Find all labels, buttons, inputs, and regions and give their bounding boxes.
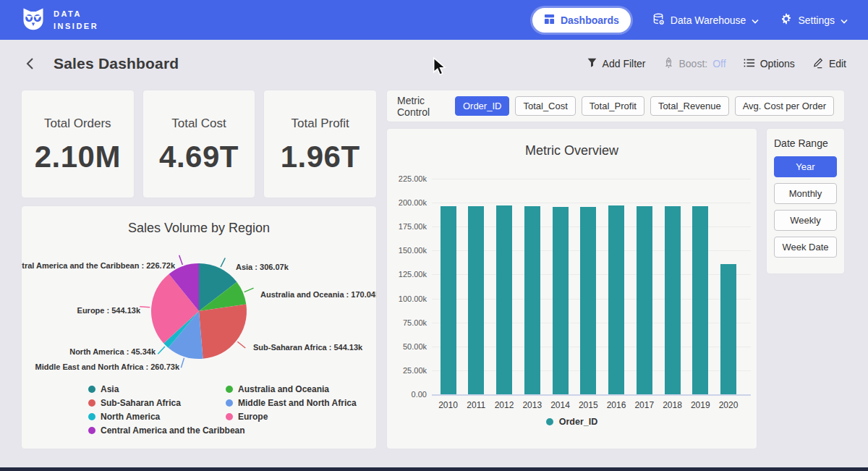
y-tick-label: 25.00k [391,366,427,375]
pie-leader-line [237,341,245,348]
legend-dot [88,386,95,393]
database-icon [652,13,665,27]
metric-option-order-id[interactable]: Order_ID [455,96,509,116]
settings-label: Settings [798,14,835,26]
add-filter-button[interactable]: Add Filter [587,57,646,70]
legend-item-middle-east-and-north-africa[interactable]: Middle East and North Africa [226,398,357,408]
x-tick-label: 2015 [574,400,603,410]
bar-2018[interactable] [665,206,681,394]
options-button[interactable]: Options [744,58,795,70]
y-tick-label: 125.00k [391,270,427,279]
legend-label: Australia and Oceania [238,384,329,394]
pie-leader-line [221,258,225,267]
legend-item-asia[interactable]: Asia [88,384,245,394]
y-tick-label: 200.00k [391,198,427,207]
dashboard-grid-icon [544,14,555,27]
kpi-label: Total Profit [264,116,376,131]
legend-dot [88,413,95,420]
bar-2013[interactable] [524,206,540,394]
legend-dot [226,413,233,420]
date-range-panel: Date Range YearMonthlyWeeklyWeek Date [767,129,844,273]
x-tick-label: 2016 [602,400,631,410]
legend-item-north-america[interactable]: North America [88,412,245,422]
x-tick-label: 2013 [518,400,547,410]
bar-2019[interactable] [692,206,708,394]
legend-label: Europe [238,412,268,422]
pencil-icon [812,57,824,71]
x-tick-label: 2017 [630,400,659,410]
boost-toggle[interactable]: Boost: Off [663,57,726,71]
boost-label: Boost: [679,58,708,69]
owl-logo-icon [20,6,46,35]
pie-leader-line [244,288,254,292]
legend-dot [546,418,553,425]
kpi-card-total-cost: Total Cost 4.69T [143,90,255,198]
grid-line [432,203,751,203]
filter-funnel-icon [587,57,597,70]
pie-leader-line [140,307,150,307]
brand-line1: DATA [54,8,98,20]
kpi-value: 2.10M [22,140,134,174]
bottom-edge-strip [0,467,868,471]
legend-item-europe[interactable]: Europe [226,412,357,422]
y-tick-label: 0.00 [391,390,427,399]
kpi-card-total-orders: Total Orders 2.10M [22,90,134,198]
legend-label: Asia [101,384,119,394]
metric-option-total-profit[interactable]: Total_Profit [582,96,644,116]
grid-line [432,394,751,396]
brand: DATA INSIDER [20,6,98,35]
legend-label: Central America and the Caribbean [101,425,245,436]
metric-option-total-cost[interactable]: Total_Cost [515,96,575,116]
metric-control-label: Metric Control [397,95,443,118]
legend-dot [226,399,233,407]
settings-menu[interactable]: Settings [780,13,848,27]
bar-2012[interactable] [496,205,512,394]
bar-2015[interactable] [580,207,596,394]
kpi-value: 4.69T [143,140,255,174]
edit-button[interactable]: Edit [812,57,846,71]
boost-state: Off [712,58,726,69]
legend-item-central-america-and-the-caribbean[interactable]: Central America and the Caribbean [88,425,245,436]
dashboards-nav-button[interactable]: Dashboards [532,8,631,33]
legend-item-australia-and-oceania[interactable]: Australia and Oceania [226,384,357,394]
bar-2020[interactable] [720,264,736,394]
legend-label: North America [101,412,160,422]
options-label: Options [760,58,795,69]
pie-legend-column-1: AsiaSub-Saharan AfricaNorth AmericaCentr… [88,384,245,439]
date-range-option-year[interactable]: Year [774,156,837,177]
date-range-option-weekly[interactable]: Weekly [774,210,837,231]
metric-option-total-revenue[interactable]: Total_Revenue [650,96,729,116]
add-filter-label: Add Filter [603,58,646,69]
metric-option-avg-cost-per-order[interactable]: Avg. Cost per Order [735,96,834,116]
pie-leader-line [179,255,183,265]
y-tick-label: 225.00k [391,174,427,183]
legend-item-sub-saharan-africa[interactable]: Sub-Saharan Africa [88,398,245,408]
bar-2010[interactable] [441,206,456,394]
pie-slice-sub-saharan-africa[interactable] [199,305,247,359]
rocket-icon [663,57,674,71]
date-range-option-week-date[interactable]: Week Date [774,237,837,258]
bar-2014[interactable] [553,207,569,394]
brand-line2: INSIDER [54,20,98,33]
chevron-down-icon [752,14,759,26]
back-button[interactable] [22,55,39,72]
bar-chart-legend: Order_ID [387,417,757,427]
kpi-label: Total Cost [143,116,255,131]
pie-label-north-america: North America : 45.34k [69,347,156,356]
bar-2016[interactable] [608,205,624,394]
date-range-option-monthly[interactable]: Monthly [774,183,837,204]
legend-dot [88,427,95,434]
pie-leader-line [158,347,165,354]
page-title: Sales Dashboard [54,55,179,72]
kpi-value: 1.96T [264,140,376,174]
pie-leader-line [181,358,184,368]
kpi-label: Total Orders [22,116,134,131]
data-warehouse-menu[interactable]: Data Warehouse [652,13,760,27]
bar-legend-label: Order_ID [559,417,598,427]
y-tick-label: 150.00k [391,246,427,255]
metric-control-bar: Metric Control Order_IDTotal_CostTotal_P… [387,90,844,122]
pie-label-australia-and-oceania: Australia and Oceania : 170.04k [260,290,376,299]
list-options-icon [744,58,755,70]
bar-2011[interactable] [468,206,484,394]
bar-2017[interactable] [637,206,652,394]
